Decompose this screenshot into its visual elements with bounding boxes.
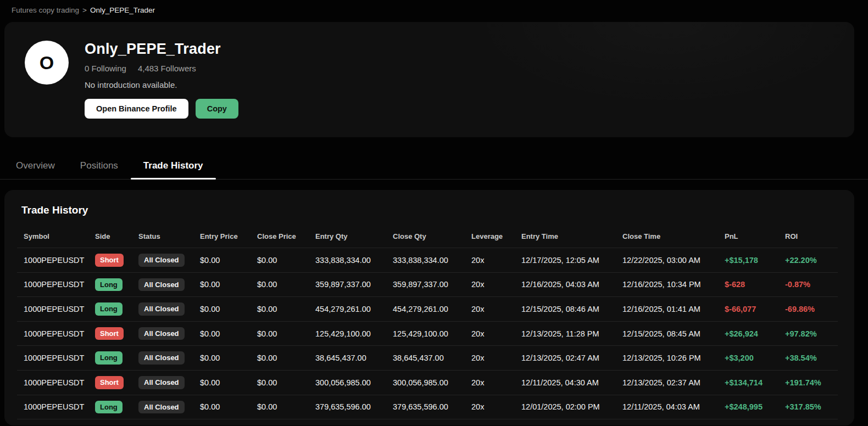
followers-count: 4,483 Followers xyxy=(138,64,196,73)
cell-pnl: +$15,178 xyxy=(725,248,785,273)
table-body: 1000PEPEUSDTShortAll Closed$0.00$0.00333… xyxy=(17,248,838,419)
cell-roi: +38.54% xyxy=(785,346,838,371)
cell-status: All Closed xyxy=(138,272,200,297)
cell-status: All Closed xyxy=(138,395,200,419)
table-row: 1000PEPEUSDTLongAll Closed$0.00$0.0038,6… xyxy=(17,346,838,371)
cell-leverage: 20x xyxy=(471,346,521,371)
profile-actions: Open Binance Profile Copy xyxy=(85,99,238,119)
cell-entry-qty: 125,429,100.00 xyxy=(315,321,393,346)
status-badge: All Closed xyxy=(138,327,185,340)
cell-roi: +22.20% xyxy=(785,248,838,273)
side-badge: Long xyxy=(95,401,123,414)
cell-close-price: $0.00 xyxy=(257,321,315,346)
cell-pnl: $-66,077 xyxy=(725,297,785,322)
cell-pnl: +$26,924 xyxy=(725,321,785,346)
trader-profile-card: O Only_PEPE_Trader 0 Following 4,483 Fol… xyxy=(4,22,854,137)
tab-trade-history[interactable]: Trade History xyxy=(131,154,216,179)
cell-close-time: 12/15/2025, 08:45 AM xyxy=(622,321,725,346)
cell-entry-time: 12/16/2025, 04:03 AM xyxy=(521,272,622,297)
cell-entry-price: $0.00 xyxy=(200,370,257,395)
cell-symbol: 1000PEPEUSDT xyxy=(17,346,95,371)
cell-close-time: 12/22/2025, 03:00 AM xyxy=(622,248,725,273)
cell-symbol: 1000PEPEUSDT xyxy=(17,297,95,322)
copy-button[interactable]: Copy xyxy=(196,99,238,119)
breadcrumb-current: Only_PEPE_Trader xyxy=(90,6,155,14)
profile-info: Only_PEPE_Trader 0 Following 4,483 Follo… xyxy=(85,41,238,119)
profile-introduction: No introduction available. xyxy=(85,80,238,89)
cell-entry-qty: 38,645,437.00 xyxy=(315,346,393,371)
cell-symbol: 1000PEPEUSDT xyxy=(17,395,95,419)
tab-overview[interactable]: Overview xyxy=(3,154,68,179)
breadcrumb: Futures copy trading > Only_PEPE_Trader xyxy=(0,0,868,20)
trade-history-title: Trade History xyxy=(21,204,838,216)
table-row: 1000PEPEUSDTLongAll Closed$0.00$0.00359,… xyxy=(17,272,838,297)
column-header-close-qty: Close Qty xyxy=(393,225,471,248)
column-header-close-time: Close Time xyxy=(622,225,725,248)
cell-leverage: 20x xyxy=(471,395,521,419)
cell-leverage: 20x xyxy=(471,321,521,346)
cell-entry-time: 12/15/2025, 08:46 AM xyxy=(521,297,622,322)
cell-close-qty: 38,645,437.00 xyxy=(393,346,471,371)
side-badge: Long xyxy=(95,302,123,316)
cell-close-price: $0.00 xyxy=(257,370,315,395)
cell-close-time: 12/13/2025, 02:37 AM xyxy=(622,370,725,395)
cell-side: Long xyxy=(95,346,138,371)
cell-side: Long xyxy=(95,272,138,297)
cell-side: Long xyxy=(95,395,138,419)
side-badge: Short xyxy=(95,254,124,267)
trade-history-table: SymbolSideStatusEntry PriceClose PriceEn… xyxy=(17,225,838,419)
cell-close-qty: 379,635,596.00 xyxy=(393,395,471,419)
cell-pnl: +$248,995 xyxy=(725,395,785,419)
cell-close-qty: 454,279,261.00 xyxy=(393,297,471,322)
cell-status: All Closed xyxy=(138,346,200,371)
breadcrumb-parent-link[interactable]: Futures copy trading xyxy=(12,6,79,14)
cell-entry-price: $0.00 xyxy=(200,248,257,273)
column-header-entry-qty: Entry Qty xyxy=(315,225,393,248)
cell-pnl: +$134,714 xyxy=(725,370,785,395)
cell-status: All Closed xyxy=(138,297,200,322)
status-badge: All Closed xyxy=(138,254,185,267)
table-row: 1000PEPEUSDTShortAll Closed$0.00$0.00300… xyxy=(17,370,838,395)
cell-entry-price: $0.00 xyxy=(200,346,257,371)
column-header-symbol: Symbol xyxy=(17,225,95,248)
cell-entry-time: 12/11/2025, 04:30 AM xyxy=(521,370,622,395)
cell-side: Short xyxy=(95,321,138,346)
cell-side: Short xyxy=(95,248,138,273)
table-row: 1000PEPEUSDTShortAll Closed$0.00$0.00333… xyxy=(17,248,838,273)
tab-positions[interactable]: Positions xyxy=(68,154,131,179)
cell-entry-qty: 359,897,337.00 xyxy=(315,272,393,297)
breadcrumb-separator: > xyxy=(82,6,87,14)
open-binance-profile-button[interactable]: Open Binance Profile xyxy=(85,99,188,119)
cell-side: Short xyxy=(95,370,138,395)
cell-entry-qty: 379,635,596.00 xyxy=(315,395,393,419)
cell-entry-qty: 454,279,261.00 xyxy=(315,297,393,322)
column-header-leverage: Leverage xyxy=(471,225,521,248)
cell-side: Long xyxy=(95,297,138,322)
profile-stats: 0 Following 4,483 Followers xyxy=(85,64,238,73)
cell-close-qty: 333,838,334.00 xyxy=(393,248,471,273)
cell-entry-price: $0.00 xyxy=(200,321,257,346)
cell-close-qty: 359,897,337.00 xyxy=(393,272,471,297)
cell-close-price: $0.00 xyxy=(257,248,315,273)
cell-roi: +97.82% xyxy=(785,321,838,346)
cell-close-time: 12/16/2025, 10:34 PM xyxy=(622,272,725,297)
cell-entry-time: 12/01/2025, 02:00 PM xyxy=(521,395,622,419)
cell-close-price: $0.00 xyxy=(257,346,315,371)
cell-entry-time: 12/13/2025, 11:28 PM xyxy=(521,321,622,346)
table-header: SymbolSideStatusEntry PriceClose PriceEn… xyxy=(17,225,838,248)
column-header-entry-time: Entry Time xyxy=(521,225,622,248)
cell-leverage: 20x xyxy=(471,248,521,273)
cell-close-qty: 300,056,985.00 xyxy=(393,370,471,395)
status-badge: All Closed xyxy=(138,302,185,316)
table-row: 1000PEPEUSDTShortAll Closed$0.00$0.00125… xyxy=(17,321,838,346)
avatar: O xyxy=(25,41,69,85)
cell-roi: +191.74% xyxy=(785,370,838,395)
cell-close-time: 12/13/2025, 10:26 PM xyxy=(622,346,725,371)
cell-roi: +317.85% xyxy=(785,395,838,419)
cell-entry-time: 12/13/2025, 02:47 AM xyxy=(521,346,622,371)
cell-entry-time: 12/17/2025, 12:05 AM xyxy=(521,248,622,273)
cell-leverage: 20x xyxy=(471,297,521,322)
cell-leverage: 20x xyxy=(471,370,521,395)
cell-entry-price: $0.00 xyxy=(200,272,257,297)
cell-status: All Closed xyxy=(138,370,200,395)
